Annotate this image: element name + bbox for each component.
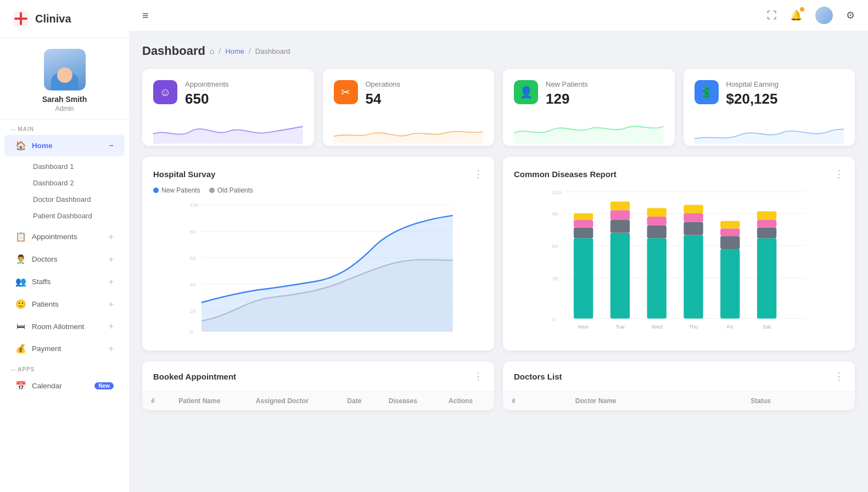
hospital-survey-legend: New Patients Old Patients	[153, 186, 483, 194]
legend-new-dot	[153, 188, 159, 193]
stat-card-0: ☺ Appointments 650	[142, 69, 314, 146]
sidebar-item-dashboard2[interactable]: Dashboard 2	[4, 175, 125, 191]
staffs-icon: 👥	[15, 276, 26, 287]
topbar-avatar[interactable]	[815, 7, 833, 24]
svg-text:90: 90	[552, 211, 558, 217]
hospital-survey-more[interactable]: ⋮	[473, 168, 483, 180]
svg-text:100: 100	[190, 202, 199, 208]
sidebar-logo: Cliniva	[0, 0, 129, 38]
stat-card-3: 💲 Hospital Earning $20,125	[684, 69, 855, 146]
booked-appointment-header: Booked Appointment ⋮	[142, 361, 494, 392]
home-icon: 🏠	[15, 140, 26, 151]
svg-text:30: 30	[552, 275, 558, 281]
svg-text:120: 120	[552, 189, 562, 195]
stat-cards: ☺ Appointments 650 ✂ Operations 54 👤 N	[142, 69, 855, 146]
booked-appointment-more[interactable]: ⋮	[473, 370, 483, 382]
stat-label: Operations	[366, 80, 401, 88]
svg-rect-34	[574, 220, 593, 228]
doctors-list-header: Doctors List ⋮	[503, 361, 855, 392]
room-expand-icon: +	[109, 321, 114, 331]
svg-rect-40	[647, 238, 667, 318]
settings-icon[interactable]: ⚙	[846, 9, 855, 21]
bell-icon[interactable]: 🔔	[790, 9, 802, 21]
svg-text:Sat: Sat	[763, 324, 771, 330]
legend-new-label: New Patients	[161, 186, 200, 194]
col-hash: #	[142, 392, 170, 410]
sidebar-item-home[interactable]: 🏠 Home −	[4, 135, 125, 156]
sidebar-item-patients[interactable]: 🙂 Patients +	[4, 293, 125, 315]
sidebar-item-patient-dashboard[interactable]: Patient Dashboard	[4, 208, 125, 224]
bell-badge	[800, 7, 804, 12]
doctors-list-more[interactable]: ⋮	[834, 370, 844, 382]
svg-text:Thu: Thu	[689, 324, 698, 330]
col-diseases: Diseases	[380, 392, 440, 410]
svg-rect-45	[684, 222, 703, 235]
svg-rect-52	[757, 238, 776, 318]
legend-new-patients: New Patients	[153, 186, 200, 194]
bottom-row: Booked Appointment ⋮ # Patient Name Assi…	[142, 361, 855, 410]
stat-label: Appointments	[185, 80, 229, 88]
charts-row: Hospital Survay ⋮ New Patients Old Patie…	[142, 157, 855, 350]
sidebar-item-calendar[interactable]: 📅 Calendar New	[4, 375, 125, 397]
hamburger-icon[interactable]: ≡	[142, 9, 149, 22]
sidebar-item-staffs[interactable]: 👥 Staffs +	[4, 271, 125, 292]
svg-text:20 Sep: 20 Sep	[199, 336, 215, 337]
svg-text:Fri: Fri	[727, 324, 733, 330]
content-area: Dashboard ⌂ / Home / Dashboard ☺ Appoint…	[129, 31, 868, 492]
svg-text:40: 40	[190, 281, 196, 287]
sidebar-item-room-allotment[interactable]: 🛏 Room Allotment +	[4, 316, 125, 337]
svg-rect-48	[720, 249, 740, 319]
hospital-survey-card: Hospital Survay ⋮ New Patients Old Patie…	[142, 157, 494, 350]
breadcrumb-home-icon: ⌂	[210, 47, 214, 55]
fullscreen-icon[interactable]: ⛶	[767, 10, 777, 21]
svg-rect-44	[684, 235, 703, 318]
svg-text:0: 0	[190, 329, 193, 335]
sidebar-item-payment[interactable]: 💰 Payment +	[4, 338, 125, 359]
sidebar-item-home-label: Home	[32, 142, 104, 150]
svg-text:80: 80	[190, 229, 196, 235]
dl-col-name: Doctor Name	[567, 392, 742, 410]
svg-rect-53	[757, 228, 776, 239]
doctors-icon: 👨‍⚕️	[15, 254, 26, 264]
appointments-expand-icon: +	[109, 232, 114, 242]
common-diseases-more[interactable]: ⋮	[834, 168, 844, 180]
breadcrumb-home-link[interactable]: Home	[225, 47, 244, 55]
sidebar-item-doctors[interactable]: 👨‍⚕️ Doctors +	[4, 248, 125, 270]
breadcrumb: Dashboard ⌂ / Home / Dashboard	[142, 44, 855, 58]
sidebar-item-doctor-dashboard[interactable]: Doctor Dashboard	[4, 191, 125, 207]
calendar-badge: New	[94, 382, 114, 389]
sidebar-item-appointments[interactable]: 📋 Appointments +	[4, 226, 125, 247]
stat-wave	[334, 114, 484, 144]
booked-appointment-title: Booked Appointment	[153, 372, 236, 381]
sidebar-item-dashboard1-label: Dashboard 1	[33, 162, 74, 171]
user-profile: Sarah Smith Admin	[0, 38, 129, 120]
sidebar-item-appointments-label: Appointments	[32, 233, 103, 241]
stat-card-top: 👤 New Patients 129	[514, 80, 664, 108]
breadcrumb-current: Dashboard	[255, 47, 290, 55]
profile-name: Sarah Smith	[42, 95, 87, 104]
stat-info: New Patients 129	[546, 80, 588, 108]
svg-rect-41	[647, 225, 667, 239]
sidebar-item-dashboard1[interactable]: Dashboard 1	[4, 159, 125, 174]
sidebar-item-room-label: Room Allotment	[32, 323, 103, 331]
dl-col-status: Status	[742, 392, 855, 410]
doctors-list-table: # Doctor Name Status	[503, 392, 855, 410]
stat-card-top: 💲 Hospital Earning $20,125	[695, 80, 844, 108]
svg-text:21 Sep: 21 Sep	[247, 336, 263, 337]
svg-text:24 Sep: 24 Sep	[389, 336, 405, 337]
patients-expand-icon: +	[109, 299, 114, 309]
svg-rect-50	[720, 229, 740, 236]
doctors-list-title: Doctors List	[514, 372, 562, 381]
table-head-row: # Patient Name Assigned Doctor Date Dise…	[142, 392, 494, 410]
page-title: Dashboard	[142, 44, 205, 58]
booked-appointment-table: # Patient Name Assigned Doctor Date Dise…	[142, 392, 494, 410]
stat-icon: 💲	[695, 80, 719, 104]
home-submenu: Dashboard 1 Dashboard 2 Doctor Dashboard…	[0, 157, 129, 225]
sidebar-item-staffs-label: Staffs	[32, 278, 103, 286]
hospital-survey-title: Hospital Survay	[153, 169, 215, 179]
stat-card-1: ✂ Operations 54	[323, 69, 495, 146]
stat-card-top: ☺ Appointments 650	[153, 80, 303, 108]
common-diseases-header: Common Diseases Report ⋮	[514, 168, 844, 180]
svg-rect-54	[757, 220, 776, 228]
common-diseases-title: Common Diseases Report	[514, 169, 617, 179]
